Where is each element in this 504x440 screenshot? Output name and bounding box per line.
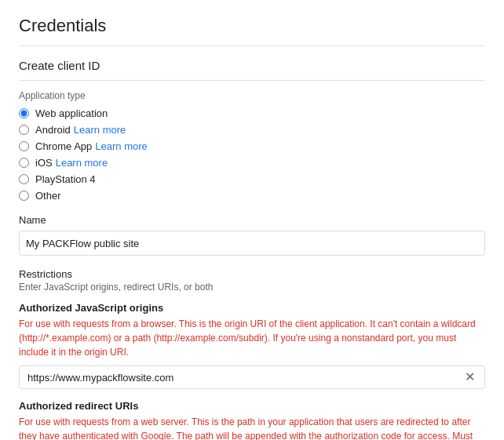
radio-item-playstation[interactable]: PlayStation 4: [19, 173, 485, 185]
authorized-js-origins-remove-button[interactable]: ✕: [463, 371, 477, 384]
authorized-js-origins-description: For use with requests from a browser. Th…: [19, 317, 485, 359]
authorized-js-origins-title: Authorized JavaScript origins: [19, 302, 485, 314]
radio-android[interactable]: [19, 125, 29, 135]
android-learn-more-link[interactable]: Learn more: [74, 124, 126, 136]
authorized-js-origins-section: Authorized JavaScript origins For use wi…: [19, 302, 485, 389]
section-title: Create client ID: [19, 59, 485, 81]
radio-chrome[interactable]: [19, 141, 29, 151]
radio-playstation-label: PlayStation 4: [35, 173, 96, 185]
restrictions-section: Restrictions Enter JavaScript origins, r…: [19, 268, 485, 440]
radio-web-label: Web application: [35, 107, 108, 119]
radio-playstation[interactable]: [19, 174, 29, 184]
authorized-js-origins-uri-row: https://www.mypackflowsite.com ✕: [19, 365, 485, 389]
authorized-js-origins-uri-value: https://www.mypackflowsite.com: [27, 372, 463, 384]
radio-item-other[interactable]: Other: [19, 190, 485, 202]
name-input[interactable]: [19, 231, 485, 256]
chrome-learn-more-link[interactable]: Learn more: [95, 140, 147, 152]
radio-chrome-label: Chrome App: [35, 140, 92, 152]
authorized-redirect-uris-title: Authorized redirect URIs: [19, 400, 485, 412]
name-section: Name: [19, 214, 485, 256]
authorized-redirect-uris-section: Authorized redirect URIs For use with re…: [19, 400, 485, 440]
radio-ios[interactable]: [19, 158, 29, 168]
name-field-label: Name: [19, 214, 485, 226]
app-type-label: Application type: [19, 90, 485, 101]
page-container: Credentials Create client ID Application…: [0, 0, 504, 440]
authorized-redirect-uris-description: For use with requests from a web server.…: [19, 415, 485, 440]
radio-web[interactable]: [19, 108, 29, 118]
radio-item-android[interactable]: Android Learn more: [19, 124, 485, 136]
radio-ios-label: iOS: [35, 157, 53, 169]
radio-item-ios[interactable]: iOS Learn more: [19, 157, 485, 169]
restrictions-subtitle: Enter JavaScript origins, redirect URIs,…: [19, 282, 485, 293]
application-type-group: Application type Web application Android…: [19, 90, 485, 202]
restrictions-title: Restrictions: [19, 268, 485, 280]
radio-other[interactable]: [19, 191, 29, 201]
radio-other-label: Other: [35, 190, 61, 202]
page-title: Credentials: [19, 16, 485, 46]
ios-learn-more-link[interactable]: Learn more: [56, 157, 108, 169]
radio-item-chrome[interactable]: Chrome App Learn more: [19, 140, 485, 152]
radio-android-label: Android: [35, 124, 71, 136]
radio-item-web[interactable]: Web application: [19, 107, 485, 119]
